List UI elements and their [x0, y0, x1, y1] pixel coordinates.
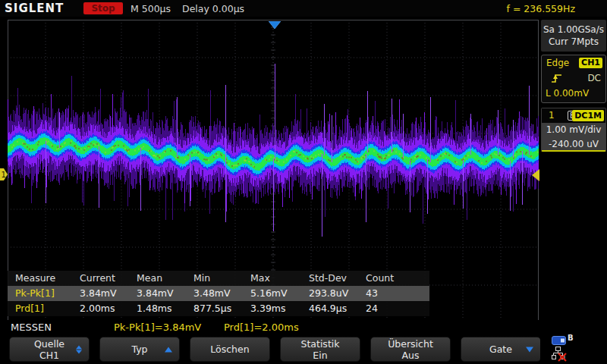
updown-arrow-icon — [76, 345, 82, 353]
menu-button-loeschen[interactable]: Löschen — [190, 337, 270, 362]
menu-title: MESSEN — [11, 322, 52, 333]
down-arrow-icon — [526, 347, 533, 352]
col-mean: Mean — [137, 271, 193, 286]
menu-button-statistik[interactable]: Statistik Ein — [280, 337, 360, 362]
usb-label: B — [568, 334, 574, 342]
trigger-source-badge: CH1 — [579, 58, 602, 68]
measure-table: Measure Current Mean Min Max Std-Dev Cou… — [8, 271, 429, 316]
acquisition-info: Sa 1.00GSa/s Curr 7Mpts — [541, 20, 606, 52]
status-bar: MESSEN Pk-Pk[1]=3.84mV Prd[1]=2.00ms — [0, 320, 540, 335]
menu-button-uebersicht[interactable]: Übersicht Aus — [370, 337, 451, 362]
col-min: Min — [193, 271, 250, 286]
channel-offset: -240.00 uV — [542, 137, 605, 152]
col-stddev: Std-Dev — [309, 271, 366, 286]
menu-button-quelle[interactable]: Quelle CH1 — [9, 337, 90, 362]
channel1-position-marker-icon[interactable]: 1 — [0, 168, 8, 184]
menu-button-typ[interactable]: Typ — [99, 337, 180, 362]
menu-button-gate[interactable]: Gate — [461, 337, 541, 362]
trigger-coupling: DC — [587, 71, 601, 86]
table-row-pkpk: Pk-Pk[1] 3.84mV 3.84mV 3.48mV 5.16mV 293… — [8, 286, 429, 301]
trigger-level: L 0.00mV — [546, 86, 589, 101]
channel1-panel[interactable]: 1 B DC1M 1.00 mV/div -240.00 uV — [541, 108, 606, 152]
col-count: Count — [366, 271, 404, 286]
top-bar: SIGLENT Stop M 500μs Delay 0.00μs f = 23… — [0, 0, 607, 17]
delay-readout[interactable]: Delay 0.00μs — [182, 3, 244, 14]
sample-rate: Sa 1.00GSa/s — [541, 24, 606, 36]
measure-name: Prd[1] — [15, 301, 80, 316]
run-state-badge[interactable]: Stop — [83, 2, 123, 14]
timebase-readout[interactable]: M 500μs — [131, 3, 171, 14]
memory-depth: Curr 7Mpts — [541, 36, 606, 48]
channel-coupling-badge: DC1M — [572, 110, 604, 121]
col-current: Current — [80, 271, 137, 286]
col-max: Max — [250, 271, 309, 286]
trigger-panel[interactable]: Edge CH1 DC L 0.00mV — [541, 55, 606, 103]
pkpk-readout: Pk-Pk[1]=3.84mV — [114, 322, 201, 333]
trigger-level-marker-icon[interactable] — [530, 169, 539, 184]
channel-scale: 1.00 mV/div — [542, 123, 605, 137]
lan-disconnected-icon[interactable] — [552, 347, 567, 364]
table-row-prd: Prd[1] 2.00ms 1.48ms 877.5μs 3.39ms 464.… — [8, 301, 429, 316]
trigger-position-marker-icon[interactable] — [269, 17, 281, 32]
frequency-counter: f = 236.559Hz — [455, 3, 575, 14]
channel1-marker-number: 1 — [2, 171, 6, 179]
up-arrow-icon — [165, 347, 172, 352]
trigger-mode: Edge — [546, 55, 569, 71]
measure-name: Pk-Pk[1] — [15, 286, 80, 301]
prd-readout: Prd[1]=2.00ms — [224, 322, 299, 333]
siglent-logo: SIGLENT — [5, 2, 64, 15]
measure-table-header: Measure Current Mean Min Max Std-Dev Cou… — [8, 271, 429, 286]
right-sidebar: Sa 1.00GSa/s Curr 7Mpts Edge CH1 DC L 0.… — [540, 17, 607, 364]
channel-number: 1 — [549, 108, 555, 123]
col-measure: Measure — [15, 271, 80, 286]
